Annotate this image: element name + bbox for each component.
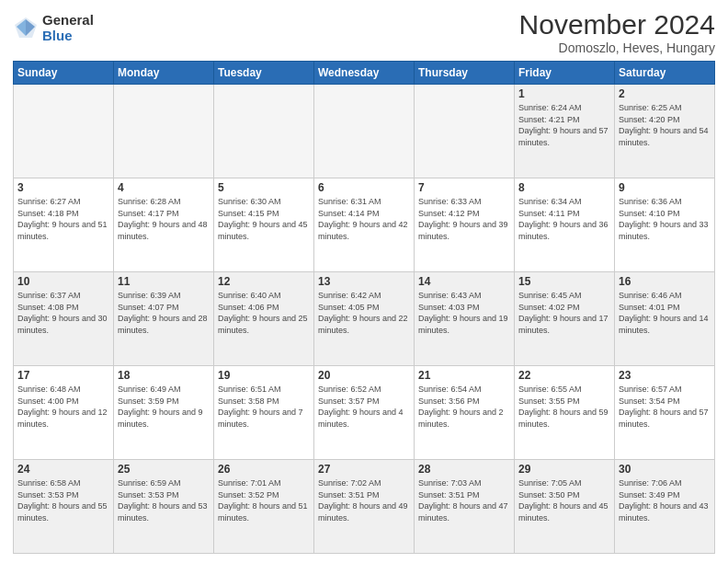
calendar-cell: 18Sunrise: 6:49 AMSunset: 3:59 PMDayligh… (114, 366, 214, 460)
day-info: Sunrise: 6:37 AMSunset: 4:08 PMDaylight:… (17, 290, 109, 336)
logo-icon (13, 16, 39, 41)
day-number: 13 (318, 275, 410, 288)
col-wednesday: Wednesday (314, 62, 415, 85)
calendar-week-3: 17Sunrise: 6:48 AMSunset: 4:00 PMDayligh… (14, 366, 715, 460)
day-info: Sunrise: 6:55 AMSunset: 3:55 PMDaylight:… (518, 384, 610, 430)
day-info: Sunrise: 6:39 AMSunset: 4:07 PMDaylight:… (118, 290, 210, 336)
day-number: 10 (17, 275, 109, 288)
day-number: 9 (619, 181, 711, 194)
calendar-cell: 2Sunrise: 6:25 AMSunset: 4:20 PMDaylight… (615, 85, 715, 178)
col-friday: Friday (515, 62, 615, 85)
title-section: November 2024 Domoszlo, Heves, Hungary (519, 9, 715, 55)
calendar-cell (114, 85, 214, 178)
day-info: Sunrise: 6:57 AMSunset: 3:54 PMDaylight:… (619, 384, 711, 430)
day-number: 15 (518, 275, 610, 288)
day-number: 23 (619, 369, 711, 382)
logo-blue: Blue (42, 29, 94, 44)
calendar-week-1: 3Sunrise: 6:27 AMSunset: 4:18 PMDaylight… (14, 178, 715, 272)
day-number: 19 (218, 369, 310, 382)
calendar-cell (214, 85, 314, 178)
day-info: Sunrise: 6:33 AMSunset: 4:12 PMDaylight:… (418, 196, 510, 242)
day-info: Sunrise: 6:45 AMSunset: 4:02 PMDaylight:… (518, 290, 610, 336)
day-info: Sunrise: 7:06 AMSunset: 3:49 PMDaylight:… (619, 477, 711, 523)
day-number: 2 (619, 87, 711, 100)
col-tuesday: Tuesday (214, 62, 314, 85)
calendar-cell: 15Sunrise: 6:45 AMSunset: 4:02 PMDayligh… (515, 272, 615, 366)
day-info: Sunrise: 6:59 AMSunset: 3:53 PMDaylight:… (118, 477, 210, 523)
calendar: Sunday Monday Tuesday Wednesday Thursday… (13, 61, 715, 554)
day-number: 22 (518, 369, 610, 382)
day-info: Sunrise: 7:01 AMSunset: 3:52 PMDaylight:… (218, 477, 310, 523)
calendar-cell (415, 85, 515, 178)
header-row: Sunday Monday Tuesday Wednesday Thursday… (14, 62, 715, 85)
calendar-cell: 25Sunrise: 6:59 AMSunset: 3:53 PMDayligh… (114, 460, 214, 554)
calendar-cell: 22Sunrise: 6:55 AMSunset: 3:55 PMDayligh… (515, 366, 615, 460)
day-number: 3 (17, 181, 109, 194)
calendar-cell: 16Sunrise: 6:46 AMSunset: 4:01 PMDayligh… (615, 272, 715, 366)
day-number: 30 (619, 463, 711, 476)
col-monday: Monday (114, 62, 214, 85)
calendar-cell: 14Sunrise: 6:43 AMSunset: 4:03 PMDayligh… (415, 272, 515, 366)
day-number: 12 (218, 275, 310, 288)
page: General Blue November 2024 Domoszlo, Hev… (0, 0, 728, 563)
day-number: 29 (518, 463, 610, 476)
day-info: Sunrise: 6:25 AMSunset: 4:20 PMDaylight:… (619, 102, 711, 148)
day-info: Sunrise: 6:36 AMSunset: 4:10 PMDaylight:… (619, 196, 711, 242)
logo-general: General (42, 13, 94, 29)
day-number: 26 (218, 463, 310, 476)
day-info: Sunrise: 7:03 AMSunset: 3:51 PMDaylight:… (418, 477, 510, 523)
day-info: Sunrise: 6:48 AMSunset: 4:00 PMDaylight:… (17, 384, 109, 430)
calendar-cell: 10Sunrise: 6:37 AMSunset: 4:08 PMDayligh… (14, 272, 114, 366)
calendar-cell: 24Sunrise: 6:58 AMSunset: 3:53 PMDayligh… (14, 460, 114, 554)
calendar-cell (314, 85, 415, 178)
calendar-cell: 8Sunrise: 6:34 AMSunset: 4:11 PMDaylight… (515, 178, 615, 272)
day-info: Sunrise: 6:51 AMSunset: 3:58 PMDaylight:… (218, 384, 310, 430)
header: General Blue November 2024 Domoszlo, Hev… (13, 9, 715, 55)
day-number: 4 (118, 181, 210, 194)
day-info: Sunrise: 6:30 AMSunset: 4:15 PMDaylight:… (218, 196, 310, 242)
logo: General Blue (13, 13, 94, 43)
day-number: 1 (518, 87, 610, 100)
calendar-cell: 6Sunrise: 6:31 AMSunset: 4:14 PMDaylight… (314, 178, 415, 272)
calendar-cell (14, 85, 114, 178)
calendar-cell: 30Sunrise: 7:06 AMSunset: 3:49 PMDayligh… (615, 460, 715, 554)
day-info: Sunrise: 6:46 AMSunset: 4:01 PMDaylight:… (619, 290, 711, 336)
calendar-cell: 29Sunrise: 7:05 AMSunset: 3:50 PMDayligh… (515, 460, 615, 554)
calendar-cell: 1Sunrise: 6:24 AMSunset: 4:21 PMDaylight… (515, 85, 615, 178)
day-info: Sunrise: 6:49 AMSunset: 3:59 PMDaylight:… (118, 384, 210, 430)
calendar-cell: 20Sunrise: 6:52 AMSunset: 3:57 PMDayligh… (314, 366, 415, 460)
calendar-cell: 7Sunrise: 6:33 AMSunset: 4:12 PMDaylight… (415, 178, 515, 272)
day-info: Sunrise: 6:40 AMSunset: 4:06 PMDaylight:… (218, 290, 310, 336)
calendar-cell: 3Sunrise: 6:27 AMSunset: 4:18 PMDaylight… (14, 178, 114, 272)
day-number: 6 (318, 181, 410, 194)
day-number: 16 (619, 275, 711, 288)
calendar-cell: 17Sunrise: 6:48 AMSunset: 4:00 PMDayligh… (14, 366, 114, 460)
calendar-cell: 9Sunrise: 6:36 AMSunset: 4:10 PMDaylight… (615, 178, 715, 272)
calendar-cell: 12Sunrise: 6:40 AMSunset: 4:06 PMDayligh… (214, 272, 314, 366)
day-number: 7 (418, 181, 510, 194)
calendar-cell: 4Sunrise: 6:28 AMSunset: 4:17 PMDaylight… (114, 178, 214, 272)
day-info: Sunrise: 6:42 AMSunset: 4:05 PMDaylight:… (318, 290, 410, 336)
calendar-week-0: 1Sunrise: 6:24 AMSunset: 4:21 PMDaylight… (14, 85, 715, 178)
day-number: 17 (17, 369, 109, 382)
day-number: 11 (118, 275, 210, 288)
day-info: Sunrise: 6:31 AMSunset: 4:14 PMDaylight:… (318, 196, 410, 242)
calendar-week-4: 24Sunrise: 6:58 AMSunset: 3:53 PMDayligh… (14, 460, 715, 554)
day-info: Sunrise: 7:05 AMSunset: 3:50 PMDaylight:… (518, 477, 610, 523)
calendar-cell: 13Sunrise: 6:42 AMSunset: 4:05 PMDayligh… (314, 272, 415, 366)
day-info: Sunrise: 7:02 AMSunset: 3:51 PMDaylight:… (318, 477, 410, 523)
col-saturday: Saturday (615, 62, 715, 85)
day-number: 28 (418, 463, 510, 476)
day-number: 20 (318, 369, 410, 382)
day-number: 14 (418, 275, 510, 288)
calendar-cell: 11Sunrise: 6:39 AMSunset: 4:07 PMDayligh… (114, 272, 214, 366)
day-number: 21 (418, 369, 510, 382)
col-thursday: Thursday (415, 62, 515, 85)
day-number: 8 (518, 181, 610, 194)
calendar-cell: 27Sunrise: 7:02 AMSunset: 3:51 PMDayligh… (314, 460, 415, 554)
col-sunday: Sunday (14, 62, 114, 85)
day-number: 18 (118, 369, 210, 382)
day-info: Sunrise: 6:52 AMSunset: 3:57 PMDaylight:… (318, 384, 410, 430)
calendar-header: Sunday Monday Tuesday Wednesday Thursday… (14, 62, 715, 85)
day-number: 27 (318, 463, 410, 476)
